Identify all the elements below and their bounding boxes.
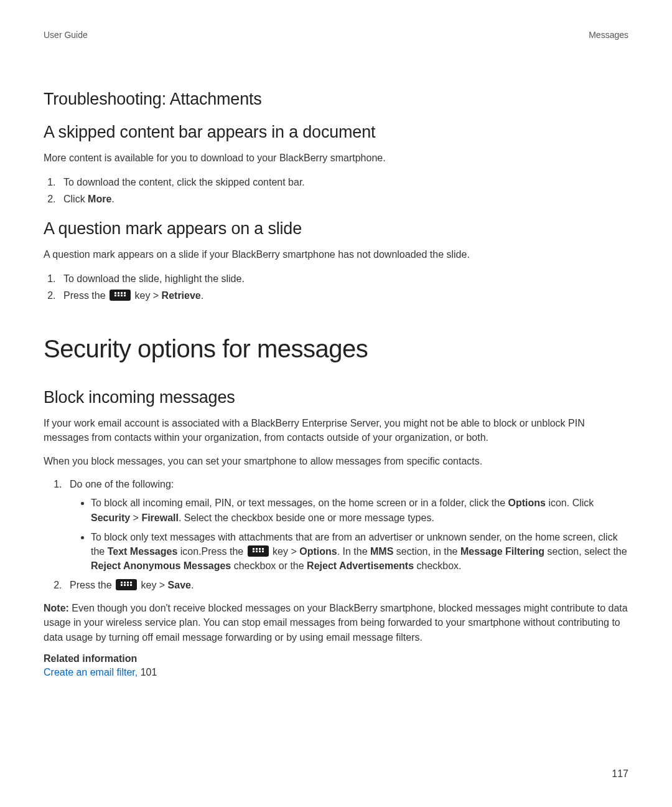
header-right: Messages [589, 30, 628, 40]
ordered-list: Do one of the following: To block all in… [44, 477, 628, 594]
step-text: . [191, 580, 194, 590]
step-text: To download the slide, highlight the sli… [63, 273, 245, 284]
text: section, in the [393, 546, 460, 557]
ui-label-firewall: Firewall [141, 512, 179, 523]
ui-label-mms: MMS [370, 546, 393, 557]
related-info-heading: Related information [44, 653, 628, 664]
step-text: Click [63, 194, 88, 204]
step-text: Press the [63, 290, 108, 301]
text: icon. Click [546, 498, 594, 508]
header-left: User Guide [44, 30, 88, 40]
ordered-list: To download the content, click the skipp… [44, 174, 628, 207]
section-heading-security-options: Security options for messages [44, 335, 628, 363]
ui-label-more: More [88, 194, 111, 204]
ui-label-reject-anonymous: Reject Anonymous Messages [91, 560, 231, 571]
list-item: Press the key > Retrieve. [58, 287, 628, 304]
step-text: key > [138, 580, 168, 590]
ui-label-retrieve: Retrieve [162, 290, 201, 301]
step-text: Do one of the following: [70, 479, 174, 489]
ui-label-reject-ads: Reject Advertisements [307, 560, 414, 571]
link-create-email-filter[interactable]: Create an email filter, [44, 667, 141, 677]
step-text: . [111, 194, 114, 204]
subsection-heading-block-incoming: Block incoming messages [44, 388, 628, 407]
blackberry-key-icon [116, 579, 137, 590]
step-text: Press the [70, 580, 114, 590]
ui-label-message-filtering: Message Filtering [460, 546, 544, 557]
list-item: To block only text messages with attachm… [91, 530, 628, 573]
note-label: Note: [44, 603, 72, 613]
ordered-list: To download the slide, highlight the sli… [44, 270, 628, 304]
ui-label-options: Options [299, 546, 337, 557]
link-page-ref: 101 [141, 667, 157, 677]
paragraph: A question mark appears on a slide if yo… [44, 247, 628, 262]
list-item: Click More. [58, 191, 628, 207]
page-header: User Guide Messages [44, 30, 628, 40]
ui-label-options: Options [508, 498, 546, 508]
list-item: Press the key > Save. [65, 578, 628, 593]
ui-label-save: Save [168, 580, 191, 590]
section-heading-troubleshooting: Troubleshooting: Attachments [44, 90, 628, 109]
list-item: To block all incoming email, PIN, or tex… [91, 496, 628, 524]
text: To block all incoming email, PIN, or tex… [91, 498, 508, 508]
paragraph: More content is available for you to dow… [44, 151, 628, 165]
paragraph: If your work email account is associated… [44, 416, 628, 445]
text: icon.Press the [177, 546, 246, 557]
text: > [130, 512, 141, 523]
ui-label-security: Security [91, 512, 130, 523]
subsection-heading-skipped-bar: A skipped content bar appears in a docum… [44, 123, 628, 142]
paragraph: When you block messages, you can set you… [44, 454, 628, 468]
list-item: To download the slide, highlight the sli… [58, 270, 628, 287]
text: checkbox or the [231, 560, 307, 571]
text: checkbox. [414, 560, 461, 571]
bullet-list: To block all incoming email, PIN, or tex… [70, 496, 628, 573]
blackberry-key-icon [110, 290, 131, 301]
list-item: To download the content, click the skipp… [58, 174, 628, 191]
subsection-heading-question-mark: A question mark appears on a slide [44, 219, 628, 238]
list-item: Do one of the following: To block all in… [65, 477, 628, 573]
text: . In the [337, 546, 370, 557]
blackberry-key-icon [248, 545, 269, 557]
step-text: To download the content, click the skipp… [63, 177, 305, 187]
text: . Select the checkbox beside one or more… [179, 512, 434, 523]
ui-label-text-messages: Text Messages [108, 546, 178, 557]
related-link-row: Create an email filter, 101 [44, 667, 628, 678]
page-number: 117 [612, 768, 628, 780]
note-text: Even though you don't receive blocked me… [44, 603, 628, 642]
text: section, select the [544, 546, 627, 557]
step-text: . [201, 290, 203, 301]
document-page: User Guide Messages Troubleshooting: Att… [0, 0, 672, 807]
note-paragraph: Note: Even though you don't receive bloc… [44, 601, 628, 644]
step-text: key > [132, 290, 162, 301]
text: key > [270, 546, 300, 557]
